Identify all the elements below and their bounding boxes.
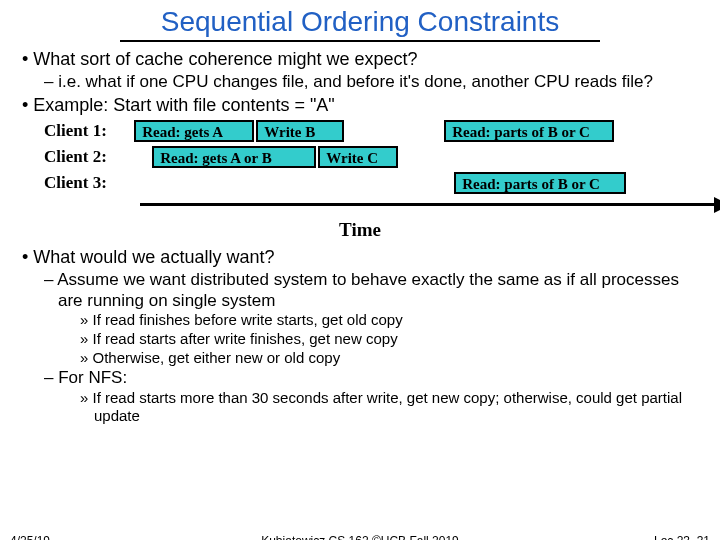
client-row-2: Client 2: Read: gets A or BWrite C xyxy=(44,146,704,172)
bullet-want-case1: If read finishes before write starts, ge… xyxy=(16,311,704,330)
box-c1-write-b: Write B xyxy=(256,120,344,142)
box-c1-read-a: Read: gets A xyxy=(134,120,254,142)
bullet-coherence: What sort of cache coherence might we ex… xyxy=(16,48,704,71)
bullet-nfs-rule: If read starts more than 30 seconds afte… xyxy=(16,389,704,427)
bullet-example: Example: Start with file contents = "A" xyxy=(16,94,704,117)
footer-course: Kubiatowicz CS 162 ©UCB Fall 2019 xyxy=(0,534,720,540)
slide-title: Sequential Ordering Constraints xyxy=(0,0,720,40)
footer-lec: Lec 23. 31 xyxy=(654,534,710,540)
box-c1-read-bc: Read: parts of B or C xyxy=(444,120,614,142)
client-2-label: Client 2: xyxy=(44,146,130,169)
bullet-want-case2: If read starts after write finishes, get… xyxy=(16,330,704,349)
client-row-3: Client 3: Read: parts of B or C xyxy=(44,172,704,198)
box-c2-write-c: Write C xyxy=(318,146,398,168)
box-c3-read-bc: Read: parts of B or C xyxy=(454,172,626,194)
title-underline xyxy=(120,40,600,42)
time-arrow xyxy=(140,198,720,212)
box-c2-read-ab: Read: gets A or B xyxy=(152,146,316,168)
timeline-diagram: Client 1: Read: gets AWrite BRead: parts… xyxy=(44,120,704,198)
bullet-want-assume: Assume we want distributed system to beh… xyxy=(16,269,704,312)
bullet-want-case3: Otherwise, get either new or old copy xyxy=(16,349,704,368)
time-label: Time xyxy=(16,218,704,242)
client-1-label: Client 1: xyxy=(44,120,130,143)
client-row-1: Client 1: Read: gets AWrite BRead: parts… xyxy=(44,120,704,146)
slide-content: What sort of cache coherence might we ex… xyxy=(0,48,720,426)
bullet-coherence-sub: i.e. what if one CPU changes file, and b… xyxy=(16,71,704,92)
bullet-nfs: For NFS: xyxy=(16,367,704,388)
client-3-label: Client 3: xyxy=(44,172,130,195)
bullet-want: What would we actually want? xyxy=(16,246,704,269)
